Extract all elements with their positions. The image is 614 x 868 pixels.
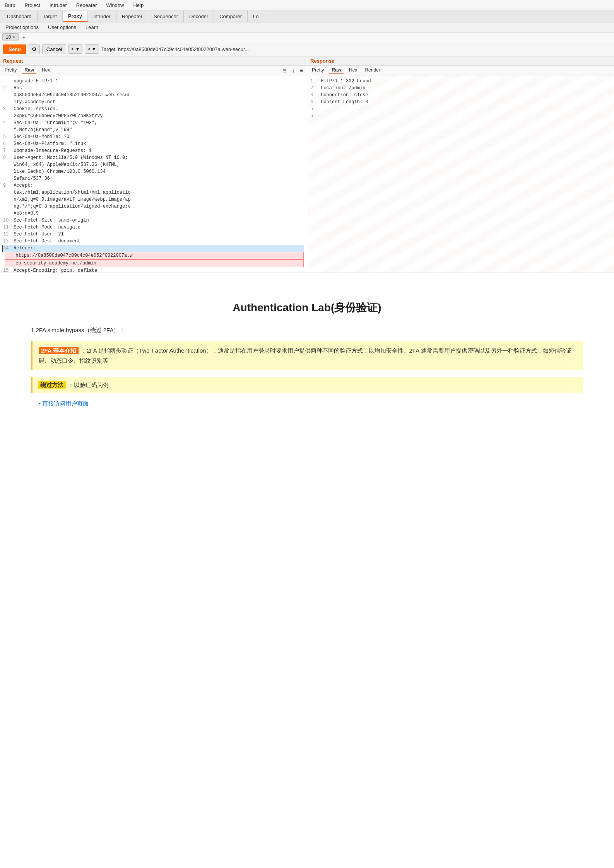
request-line: ".Not/A)Brand";v="99" — [3, 126, 304, 133]
request-line: n/xml;q=0.9,image/avif,image/webp,image/… — [3, 196, 304, 203]
request-panel-body[interactable]: upgrade HTTP/1.1 2 Host: 0a8500de047c09c… — [0, 75, 307, 273]
request-line: 5 Sec-Ch-Ua-Mobile: ?0 — [3, 133, 304, 140]
response-panel: Response Pretty Raw Hex Render 1 HTTP/1.… — [307, 56, 614, 273]
request-line: 7 Upgrade-Insecure-Requests: 1 — [3, 147, 304, 154]
method-block: 绕过方法：以验证码为例 — [31, 377, 583, 393]
request-line: 4 Sec-Ch-Ua: "Chromium";v="103", — [3, 119, 304, 126]
tab-10-label: 10 × — [6, 34, 15, 40]
request-line: 2xpkgYC6PubbwoyzWP85Y0LZoHKxfrvy — [3, 113, 304, 119]
menu-burp[interactable]: Burp — [3, 2, 17, 9]
response-line: 5 — [310, 106, 611, 113]
request-panel: Request Pretty Raw Hex ⊟ ↕ ≡ upgrade HTT… — [0, 56, 307, 273]
tab-target[interactable]: Target — [38, 11, 63, 22]
menu-window[interactable]: Window — [104, 2, 125, 9]
request-line: 0a8500de047c09c4c04e052f0022007a.web-sec… — [3, 92, 304, 99]
method-label: 绕过方法 — [38, 381, 66, 389]
tab-10[interactable]: 10 × — [2, 33, 19, 41]
request-line: ng,*/*;q=0.8,application/signed-exchange… — [3, 203, 304, 210]
tab-intruder[interactable]: Intruder — [88, 11, 116, 22]
article-section: Authentication Lab(身份验证) 1.2FA simple by… — [0, 289, 614, 425]
menu-bar: Burp Project Intruder Repeater Window He… — [0, 0, 614, 11]
request-line: 13 Sec-Fetch-Dest: document — [3, 238, 304, 245]
article-subtitle1: 1.2FA simple bypass（绕过 2FA）： — [31, 327, 583, 334]
request-line: 3 Cookie: session= — [3, 106, 304, 113]
response-content: 1 HTTP/1.1 302 Found 2 Location: /admin … — [310, 78, 611, 119]
gear-button[interactable]: ⚙ — [29, 44, 40, 54]
request-title: Request — [3, 58, 23, 64]
response-panel-header: Response — [307, 56, 614, 66]
menu-project[interactable]: Project — [23, 2, 41, 9]
response-panel-body[interactable]: 1 HTTP/1.1 302 Found 2 Location: /admin … — [307, 75, 614, 273]
request-line: 10 Sec-Fetch-Site: same-origin — [3, 217, 304, 224]
response-tab-hex[interactable]: Hex — [347, 67, 359, 74]
request-line: text/html,application/xhtml+xml,applicat… — [3, 189, 304, 196]
panels-container: Request Pretty Raw Hex ⊟ ↕ ≡ upgrade HTT… — [0, 56, 614, 273]
subtab-project-options[interactable]: Project options — [2, 23, 43, 31]
info-block: 2FA 基本介绍：2FA 是指两步验证（Two-Factor Authentic… — [31, 341, 583, 370]
request-panel-header: Request — [0, 56, 307, 66]
nav-tab-bar: Dashboard Target Proxy Intruder Repeater… — [0, 11, 614, 22]
request-line: ity-academy.net — [3, 99, 304, 106]
tab-repeater[interactable]: Repeater — [116, 11, 148, 22]
tab-comparer[interactable]: Comparer — [214, 11, 248, 22]
target-url-value: https://0a8500de047c09c4c04e052f0022007a… — [118, 46, 249, 52]
tab-lo[interactable]: Lo — [248, 11, 264, 22]
target-label: Target: — [101, 46, 117, 52]
subtab-learn[interactable]: Learn — [82, 23, 102, 31]
request-line: Win64; x64) AppleWebKit/537.36 (KHTML, — [3, 161, 304, 168]
request-panel-tabs: Pretty Raw Hex ⊟ ↕ ≡ — [0, 66, 307, 75]
response-line: 6 — [310, 113, 611, 119]
request-line: Safari/537.36 — [3, 175, 304, 182]
request-line: 6 Sec-Ch-Ua-Platform: "Linux" — [3, 140, 304, 147]
target-url: Target: https://0a8500de047c09c4c04e052f… — [101, 46, 611, 52]
request-line: =b3;q=0.9 — [3, 210, 304, 217]
article-title: Authentication Lab(身份验证) — [31, 300, 583, 315]
menu-repeater[interactable]: Repeater — [75, 2, 98, 9]
request-line: 11 Sec-Fetch-Mode: navigate — [3, 224, 304, 231]
request-line: 14 Referer: — [3, 245, 304, 252]
request-line: 8 User-Agent: Mozilla/5.0 (Windows NT 10… — [3, 154, 304, 161]
send-button[interactable]: Send — [3, 44, 26, 54]
request-line: eb-security-academy.net/admin — [5, 259, 304, 267]
bullet-item-1: 直接访问用户页面 — [39, 400, 583, 408]
request-tab-pretty[interactable]: Pretty — [2, 67, 19, 74]
request-line: https://0a8500de047c09c4c04e052f0022007a… — [5, 252, 304, 259]
nav-prev-button[interactable]: < ▼ — [68, 44, 82, 54]
subtab-user-options[interactable]: User options — [44, 23, 80, 31]
toolbar: Send ⚙ Cancel < ▼ > ▼ Target: https://0a… — [0, 42, 614, 56]
menu-intruder[interactable]: Intruder — [48, 2, 68, 9]
response-tab-raw[interactable]: Raw — [329, 67, 344, 74]
request-line: like Gecko) Chrome/103.0.5060.134 — [3, 168, 304, 175]
response-tab-render[interactable]: Render — [363, 67, 382, 74]
icon-menu[interactable]: ≡ — [298, 67, 304, 74]
tab-proxy[interactable]: Proxy — [63, 11, 88, 22]
request-line: 9 Accept: — [3, 182, 304, 189]
section-divider — [0, 281, 614, 281]
response-tab-pretty[interactable]: Pretty — [310, 67, 326, 74]
request-tab-raw[interactable]: Raw — [22, 67, 36, 74]
info-text: ：2FA 是指两步验证（Two-Factor Authentication），通… — [39, 347, 572, 364]
sub-tab-bar: Project options User options Learn — [0, 22, 614, 32]
tab-dashboard[interactable]: Dashboard — [2, 11, 38, 22]
method-text: ：以验证码为例 — [68, 382, 109, 388]
request-line: 2 Host: — [3, 85, 304, 92]
nav-next-button[interactable]: > ▼ — [85, 44, 99, 54]
request-tab-icons: ⊟ ↕ ≡ — [281, 67, 304, 74]
tab-add-button[interactable]: + — [20, 33, 28, 41]
request-line: 12 Sec-Fetch-User: ?1 — [3, 231, 304, 238]
tab-decoder[interactable]: Decoder — [184, 11, 214, 22]
response-panel-tabs: Pretty Raw Hex Render — [307, 66, 614, 75]
tab-row: 10 × + — [0, 32, 614, 42]
response-line: 3 Connection: close — [310, 92, 611, 99]
icon-copy[interactable]: ⊟ — [281, 67, 288, 74]
tab-sequencer[interactable]: Sequencer — [148, 11, 184, 22]
request-tab-hex[interactable]: Hex — [39, 67, 52, 74]
cancel-button[interactable]: Cancel — [42, 44, 66, 54]
icon-wrap[interactable]: ↕ — [291, 67, 296, 74]
menu-help[interactable]: Help — [132, 2, 145, 9]
response-title: Response — [310, 58, 334, 64]
response-line: 2 Location: /admin — [310, 85, 611, 92]
request-line: 15 Accept-Encoding: gzip, deflate — [3, 267, 304, 273]
request-line: upgrade HTTP/1.1 — [3, 78, 304, 85]
response-line: 4 Content-Length: 0 — [310, 99, 611, 106]
